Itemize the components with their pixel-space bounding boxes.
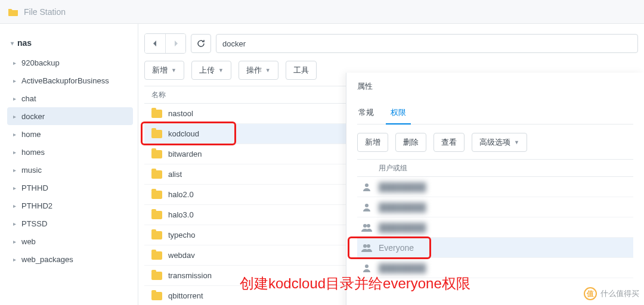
tab-permission[interactable]: 权限 <box>389 102 407 124</box>
folder-icon <box>151 292 162 300</box>
column-name-header[interactable]: 名称 <box>151 90 166 100</box>
sidebar-item-web_packages[interactable]: ▸web_packages <box>7 250 133 268</box>
svg-point-3 <box>367 224 370 228</box>
caret-right-icon: ▸ <box>13 149 19 155</box>
sidebar-item-web[interactable]: ▸web <box>7 232 133 250</box>
annotation-text: 创建kodcloud目录并给everyone权限 <box>240 274 470 293</box>
sidebar-item-label: PTHHD <box>21 183 48 192</box>
file-name: qbittorrent <box>168 291 203 300</box>
svg-point-5 <box>367 244 370 248</box>
chevron-down-icon: ▼ <box>171 67 177 73</box>
tools-button[interactable]: 工具 <box>286 61 317 80</box>
sidebar-item-music[interactable]: ▸music <box>7 161 133 179</box>
forward-button[interactable] <box>165 34 185 53</box>
sidebar-item-label: web <box>21 237 36 246</box>
sidebar-item-label: PTHHD2 <box>21 201 52 210</box>
reload-button[interactable] <box>191 34 211 53</box>
perm-label: ████████ <box>379 182 426 192</box>
upload-button[interactable]: 上传▼ <box>191 61 231 80</box>
perm-row[interactable]: ████████ <box>357 197 633 217</box>
folder-icon <box>151 211 162 219</box>
folder-icon <box>151 272 162 280</box>
sidebar-item-label: homes <box>21 148 45 157</box>
folder-icon <box>151 130 162 138</box>
tab-general[interactable]: 常规 <box>357 102 375 124</box>
caret-right-icon: ▸ <box>13 185 19 191</box>
sidebar-item-home[interactable]: ▸home <box>7 125 133 143</box>
svg-point-4 <box>363 244 367 248</box>
folder-icon <box>151 150 162 158</box>
caret-right-icon: ▸ <box>13 131 19 138</box>
svg-point-1 <box>365 204 369 207</box>
perm-row[interactable]: ████████ <box>357 217 633 238</box>
perm-label: ████████ <box>379 203 426 212</box>
sidebar-item-label: home <box>21 130 41 139</box>
watermark-logo-icon: 值 <box>584 287 597 300</box>
sidebar-item-pthhd2[interactable]: ▸PTHHD2 <box>7 197 133 214</box>
watermark-text: 什么值得买 <box>600 288 639 299</box>
svg-point-6 <box>365 264 369 268</box>
svg-point-2 <box>363 224 367 228</box>
operate-button[interactable]: 操作▼ <box>239 61 278 80</box>
perm-delete-button[interactable]: 删除 <box>395 133 426 152</box>
chevron-down-icon: ▼ <box>265 67 271 73</box>
sidebar-item-920backup[interactable]: ▸920backup <box>7 54 133 71</box>
user-icon <box>361 201 373 213</box>
file-name: webdav <box>168 251 195 260</box>
caret-right-icon: ▸ <box>13 95 19 102</box>
perm-label: ████████ <box>379 263 426 273</box>
folder-icon <box>151 231 162 239</box>
sidebar-item-docker[interactable]: ▸docker <box>7 107 133 125</box>
sidebar-item-activebackupforbusiness[interactable]: ▸ActiveBackupforBusiness <box>7 71 133 89</box>
back-button[interactable] <box>145 34 165 53</box>
caret-down-icon: ▾ <box>11 40 14 46</box>
tree-root[interactable]: ▾ nas <box>7 35 133 54</box>
sidebar-item-label: docker <box>21 112 45 121</box>
perm-view-button[interactable]: 查看 <box>434 133 465 152</box>
perm-row[interactable]: Everyone <box>357 238 633 258</box>
panel-actions: 新增 删除 查看 高级选项▼ <box>357 133 633 152</box>
perm-column-user: 用户或组 <box>379 163 407 173</box>
user-icon <box>361 262 373 274</box>
folder-icon <box>151 251 162 260</box>
user-icon <box>361 181 373 193</box>
chevron-down-icon: ▼ <box>514 139 519 145</box>
sidebar-item-homes[interactable]: ▸homes <box>7 143 133 161</box>
titlebar: File Station <box>0 0 644 24</box>
file-name: kodcloud <box>168 129 199 138</box>
caret-right-icon: ▸ <box>13 77 19 84</box>
sidebar-item-label: chat <box>21 94 36 103</box>
file-name: bitwarden <box>168 150 202 158</box>
caret-right-icon: ▸ <box>13 238 19 245</box>
chevron-down-icon: ▼ <box>218 67 224 73</box>
file-name: halo3.0 <box>168 210 194 219</box>
path-input[interactable] <box>216 34 638 53</box>
new-button[interactable]: 新增▼ <box>144 61 184 80</box>
sidebar-item-label: web_packages <box>21 255 73 264</box>
perm-advanced-button[interactable]: 高级选项▼ <box>472 133 527 152</box>
nav-toolbar <box>144 33 644 61</box>
perm-label: Everyone <box>379 243 414 253</box>
folder-icon <box>151 170 162 179</box>
file-name: typecho <box>168 231 196 239</box>
perm-label: ████████ <box>379 223 426 232</box>
sidebar-item-chat[interactable]: ▸chat <box>7 89 133 107</box>
svg-point-0 <box>365 183 369 187</box>
caret-right-icon: ▸ <box>13 167 19 173</box>
caret-right-icon: ▸ <box>13 113 19 120</box>
sidebar-item-label: ActiveBackupforBusiness <box>21 76 109 85</box>
sidebar-item-pthhd[interactable]: ▸PTHHD <box>7 179 133 197</box>
folder-icon <box>151 191 162 199</box>
watermark: 值 什么值得买 <box>584 287 639 300</box>
group-icon <box>361 242 373 254</box>
sidebar: ▾ nas ▸920backup▸ActiveBackupforBusiness… <box>0 24 138 305</box>
properties-panel: 属性 常规 权限 新增 删除 查看 高级选项▼ 用户或组 ███████████… <box>346 73 644 305</box>
sidebar-item-ptssd[interactable]: ▸PTSSD <box>7 214 133 232</box>
perm-new-button[interactable]: 新增 <box>357 133 388 152</box>
perm-list: ████████████████████████Everyone████████ <box>357 177 633 278</box>
perm-row[interactable]: ████████ <box>357 177 633 197</box>
app-title: File Station <box>24 7 66 17</box>
panel-title: 属性 <box>357 81 633 92</box>
folder-icon <box>151 110 162 118</box>
sidebar-item-label: PTSSD <box>21 219 47 228</box>
